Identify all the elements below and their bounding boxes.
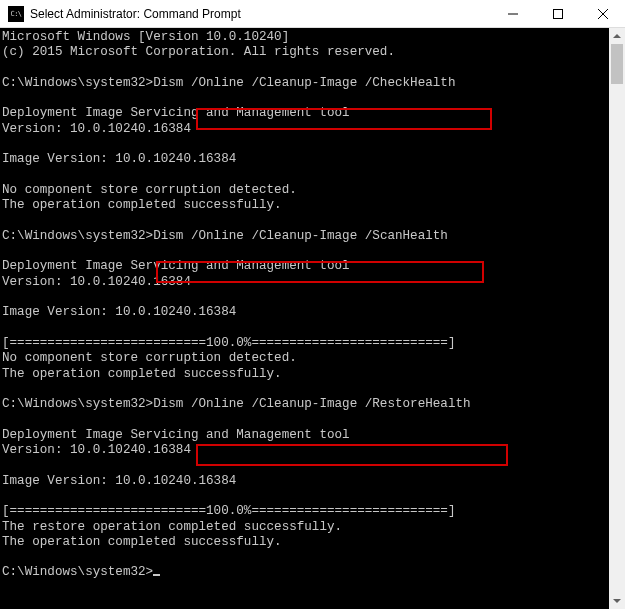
- maximize-button[interactable]: [535, 0, 580, 28]
- cmd1-prompt: C:\Windows\system32>Dism: [2, 76, 191, 90]
- progress-bar: [==========================100.0%=======…: [2, 336, 455, 350]
- cmd2-prompt: C:\Windows\system32>: [2, 229, 153, 243]
- svg-rect-1: [553, 9, 562, 18]
- close-button[interactable]: [580, 0, 625, 28]
- result2-line2: The operation completed successfully.: [2, 367, 282, 381]
- minimize-button[interactable]: [490, 0, 535, 28]
- final-prompt: C:\Windows\system32>: [2, 565, 153, 579]
- image-version: Image Version: 10.0.10240.16384: [2, 152, 236, 166]
- copyright-line: (c) 2015 Microsoft Corporation. All righ…: [2, 45, 395, 59]
- result3-line1: The restore operation completed successf…: [2, 520, 342, 534]
- dism-version-3: Version: 10.0.10240.16384: [2, 443, 191, 457]
- result2-line1: No component store corruption detected.: [2, 351, 297, 365]
- cursor: [153, 574, 160, 576]
- dism-title-2: Deployment Image Servicing and Managemen…: [2, 259, 350, 273]
- window-controls: [490, 0, 625, 28]
- result3-line2: The operation completed successfully.: [2, 535, 282, 549]
- image-version-3: Image Version: 10.0.10240.16384: [2, 474, 236, 488]
- result1-line2: The operation completed successfully.: [2, 198, 282, 212]
- vertical-scrollbar[interactable]: [609, 28, 625, 609]
- dism-title-3: Deployment Image Servicing and Managemen…: [2, 428, 350, 442]
- cmd3-prompt: C:\Windows\system32>Dism: [2, 397, 191, 411]
- progress-bar-2: [==========================100.0%=======…: [2, 504, 455, 518]
- cmd1-args: /Online /Cleanup-Image /CheckHealth: [191, 76, 456, 90]
- cmd3-args: /Online /Cleanup-Image /RestoreHealth: [191, 397, 471, 411]
- image-version-2: Image Version: 10.0.10240.16384: [2, 305, 236, 319]
- os-version-line: Microsoft Windows [Version 10.0.10240]: [2, 30, 289, 44]
- window-title: Select Administrator: Command Prompt: [30, 7, 490, 21]
- dism-version: Version: 10.0.10240.16384: [2, 122, 191, 136]
- titlebar[interactable]: Select Administrator: Command Prompt: [0, 0, 625, 28]
- cmd-icon: [8, 6, 24, 22]
- scroll-down-button[interactable]: [609, 593, 625, 609]
- console-output[interactable]: Microsoft Windows [Version 10.0.10240] (…: [0, 28, 609, 609]
- dism-version-2: Version: 10.0.10240.16384: [2, 275, 191, 289]
- result1-line1: No component store corruption detected.: [2, 183, 297, 197]
- scroll-up-button[interactable]: [609, 28, 625, 44]
- console-container: Microsoft Windows [Version 10.0.10240] (…: [0, 28, 625, 609]
- cmd2-args: Dism /Online /Cleanup-Image /ScanHealth: [153, 229, 448, 243]
- scroll-thumb[interactable]: [611, 44, 623, 84]
- dism-title: Deployment Image Servicing and Managemen…: [2, 106, 350, 120]
